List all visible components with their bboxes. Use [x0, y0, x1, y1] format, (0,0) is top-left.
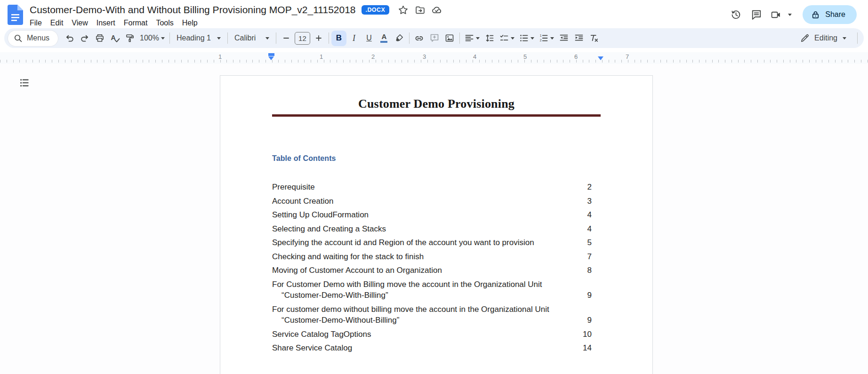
document-heading: Customer Demo Provisioning: [272, 97, 601, 111]
chevron-down-icon: [217, 37, 221, 41]
svg-text:1: 1: [540, 34, 542, 37]
ruler-number: 2: [371, 53, 375, 60]
toc-entry[interactable]: Selecting and Creating a Stacks 4: [272, 223, 601, 235]
toc-heading: Table of Contents: [272, 154, 601, 163]
editing-mode-label: Editing: [814, 34, 837, 42]
bulleted-list-select[interactable]: [517, 31, 537, 46]
toc-entry[interactable]: Account Creation 3: [272, 196, 601, 207]
document-canvas: Customer Demo Provisioning Table of Cont…: [0, 64, 868, 374]
chevron-down-icon: [161, 37, 165, 41]
google-docs-logo-icon[interactable]: [8, 5, 23, 25]
search-icon: [14, 34, 23, 43]
insert-image-button[interactable]: [442, 31, 457, 46]
font-select[interactable]: Calibri: [230, 31, 273, 46]
text-color-button[interactable]: A: [377, 31, 392, 46]
document-title[interactable]: Customer-Demo-With and Without Billing P…: [30, 4, 356, 16]
zoom-select[interactable]: 100%: [137, 31, 167, 46]
font-size-input[interactable]: [295, 32, 310, 45]
underline-button[interactable]: U: [362, 31, 377, 46]
document-page[interactable]: Customer Demo Provisioning Table of Cont…: [220, 75, 653, 374]
toc-page-number: 10: [571, 329, 592, 340]
editing-mode-select[interactable]: Editing: [795, 30, 852, 47]
insert-link-button[interactable]: [412, 31, 427, 46]
comments-button[interactable]: [746, 4, 767, 25]
share-button[interactable]: Share: [803, 5, 857, 24]
toc-page-number: 9: [571, 315, 592, 326]
ruler-number: 3: [423, 53, 426, 60]
heading-underline-rule: [272, 114, 601, 117]
zoom-value: 100%: [140, 34, 159, 42]
checklist-select[interactable]: [497, 31, 517, 46]
increase-indent-button[interactable]: [571, 31, 587, 46]
align-select[interactable]: [462, 31, 482, 46]
menu-view[interactable]: View: [67, 17, 92, 29]
menu-help[interactable]: Help: [178, 17, 202, 29]
chevron-down-icon: [265, 37, 269, 41]
toc-page-number: 14: [571, 342, 592, 354]
paragraph-style-value: Heading 1: [177, 34, 211, 42]
paint-format-button[interactable]: [122, 31, 137, 46]
toolbar-divider: [409, 32, 410, 44]
cloud-saved-status-icon[interactable]: [430, 3, 444, 17]
line-spacing-button[interactable]: [482, 31, 497, 46]
toc-entry[interactable]: Checking and waiting for the stack to fi…: [272, 251, 601, 263]
increase-font-size-button[interactable]: [311, 31, 326, 46]
right-indent-marker[interactable]: [598, 56, 603, 63]
decrease-font-size-button[interactable]: [279, 31, 294, 46]
ruler-number: 6: [574, 53, 578, 60]
toc-entry[interactable]: Share Service Catalog 14: [272, 342, 601, 354]
toc-page-number: 9: [571, 290, 592, 301]
ruler-number: 4: [473, 53, 476, 60]
menu-insert[interactable]: Insert: [92, 17, 120, 29]
print-button[interactable]: [92, 31, 107, 46]
toc-page-number: 4: [571, 223, 592, 235]
ruler-number: 7: [626, 53, 629, 60]
star-button[interactable]: [396, 3, 410, 17]
video-call-dropdown[interactable]: [785, 8, 795, 22]
show-outline-button[interactable]: [16, 75, 33, 90]
chevron-down-icon: [788, 14, 792, 18]
ruler[interactable]: 1 1 2 3 4 5 6 7: [0, 52, 868, 64]
toc-entry[interactable]: Service Catalog TagOptions 10: [272, 329, 601, 340]
paragraph-style-select[interactable]: Heading 1: [172, 31, 225, 46]
decrease-indent-button[interactable]: [556, 31, 571, 46]
search-menus-label: Menus: [27, 34, 49, 42]
pencil-icon: [800, 34, 809, 43]
highlight-color-button[interactable]: [392, 31, 407, 46]
chevron-down-icon: [530, 37, 534, 41]
toc-page-number: 3: [571, 196, 592, 207]
italic-button[interactable]: I: [346, 31, 362, 46]
add-comment-button[interactable]: [427, 31, 442, 46]
redo-button[interactable]: [77, 31, 92, 46]
toc-entry[interactable]: Setting Up CloudFormation 4: [272, 209, 601, 221]
toc-entry[interactable]: For Customer Demo with Billing move the …: [272, 279, 601, 301]
version-history-button[interactable]: [725, 4, 746, 25]
clear-formatting-button[interactable]: [587, 31, 602, 46]
undo-button[interactable]: [62, 31, 77, 46]
numbered-list-select[interactable]: 12: [537, 31, 556, 46]
move-to-folder-button[interactable]: [413, 3, 427, 17]
video-call-button[interactable]: [767, 4, 785, 25]
spellcheck-button[interactable]: A: [107, 31, 122, 46]
toc-entry[interactable]: Specifying the account id and Region of …: [272, 237, 601, 248]
left-indent-marker[interactable]: [268, 53, 274, 63]
menu-format[interactable]: Format: [120, 17, 152, 29]
ruler-number: 1: [218, 53, 222, 60]
toolbar-divider: [169, 32, 170, 44]
app-header: Customer-Demo-With and Without Billing P…: [0, 0, 868, 27]
ruler-ticks: [0, 60, 868, 63]
toc-page-number: 8: [571, 265, 592, 276]
search-menus-button[interactable]: Menus: [8, 31, 58, 46]
bold-button[interactable]: B: [331, 31, 346, 46]
toc-entry[interactable]: Moving of Customer Account to an Organiz…: [272, 265, 601, 276]
menu-tools[interactable]: Tools: [152, 17, 177, 29]
toolbar-divider: [227, 32, 228, 44]
table-of-contents: Prerequisite 2 Account Creation 3 Settin…: [272, 182, 601, 354]
share-button-label: Share: [825, 10, 845, 19]
menu-edit[interactable]: Edit: [46, 17, 68, 29]
toc-entry[interactable]: Prerequisite 2: [272, 182, 601, 193]
chevron-down-icon: [843, 37, 846, 41]
chevron-down-icon: [476, 37, 480, 41]
menu-file[interactable]: File: [25, 17, 46, 29]
toc-entry[interactable]: For customer demo without billing move t…: [272, 304, 601, 326]
